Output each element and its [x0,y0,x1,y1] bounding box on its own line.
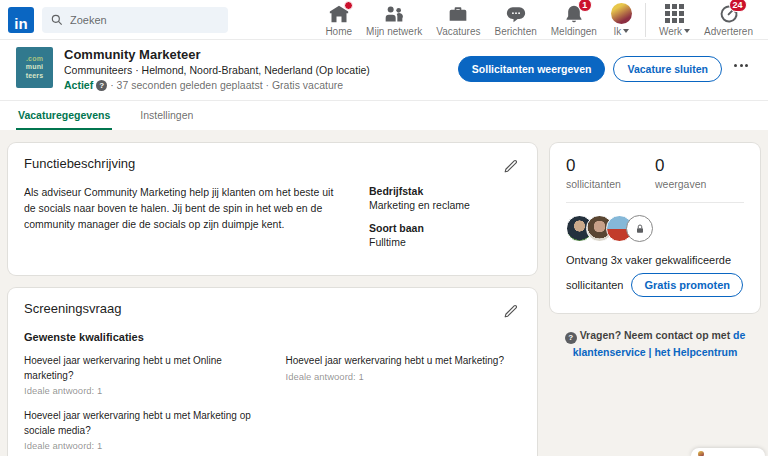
nav-divider [645,3,646,37]
company-logo: .com muni teers [16,47,53,88]
home-notification-dot [344,1,353,10]
job-type-value: Fulltime [369,236,521,248]
meldingen-badge: 1 [578,0,592,12]
help-center-link[interactable]: het Helpcentrum [654,346,737,358]
pencil-icon [502,303,519,320]
network-icon [384,4,404,24]
job-header: .com muni teers Community Marketeer Comm… [0,40,768,101]
chevron-down-icon [684,29,690,33]
messaging-widget[interactable] [691,448,765,456]
applicants-stat: 0 sollicitanten [566,156,655,190]
nav-items: Home Mijn netwerk Vacatures Berichten 1 [318,0,760,39]
screening-question: Hoeveel jaar werkervaring hebt u met Onl… [24,354,260,396]
help-text: ?Vragen? Neem contact op met de klantens… [550,327,760,361]
profile-avatar [611,3,632,24]
messages-icon [506,4,526,24]
nav-item-vacatures[interactable]: Vacatures [429,0,487,39]
main-content: Functiebeschrijving Als adviseur Communi… [0,130,768,456]
applicant-avatars [566,215,744,242]
status-badge: Actief [64,79,93,91]
avatar [698,451,704,456]
chevron-down-icon [623,29,629,33]
close-job-button[interactable]: Vacature sluiten [613,56,722,82]
job-title: Community Marketeer [64,47,370,62]
nav-item-werk[interactable]: Werk [652,0,697,39]
job-stats-card: 0 sollicitanten 0 weergaven Ontvang 3x v… [550,143,760,313]
edit-screening-button[interactable] [500,301,521,322]
tab-bar: Vacaturegegevens Instellingen [0,101,768,130]
nav-item-mijn-netwerk[interactable]: Mijn netwerk [359,0,429,39]
job-description-card: Functiebeschrijving Als adviseur Communi… [8,143,537,275]
search-box[interactable] [42,7,228,33]
tab-instellingen[interactable]: Instellingen [138,101,195,130]
briefcase-icon [448,4,468,24]
screening-question-card: Screeningsvraag Gewenste kwalificaties H… [8,288,537,456]
views-stat: 0 weergaven [655,156,744,190]
nav-item-meldingen[interactable]: 1 Meldingen [544,0,604,39]
linkedin-logo[interactable]: in [8,7,34,33]
nav-item-ik[interactable]: Ik [604,0,639,39]
job-status-detail: · 37 seconden geleden geplaatst · Gratis… [110,79,343,91]
promo-text: Ontvang 3x vaker gekwalificeerde [566,254,744,266]
top-nav: in Home Mijn netwerk Vacatures [0,0,768,40]
job-description-text: Als adviseur Community Marketing help ji… [24,185,343,259]
work-grid-icon [665,4,684,23]
screening-question: Hoeveel jaar werkervaring hebt u met Mar… [286,354,522,396]
tab-vacaturegegevens[interactable]: Vacaturegegevens [16,101,112,130]
industry-label: Bedrijfstak [369,185,521,197]
screening-card-title: Screeningsvraag [24,301,122,316]
qualifications-subtitle: Gewenste kwalificaties [24,331,521,343]
adverteren-badge: 24 [729,0,747,12]
promo-text: sollicitanten [566,279,623,291]
job-type-label: Soort baan [369,222,521,234]
job-actions: Sollicitanten weergeven Vacature sluiten [458,56,752,91]
screening-question: Hoeveel jaar werkervaring hebt u met Mar… [24,409,260,451]
job-status-line: Actief ? · 37 seconden geleden geplaatst… [64,79,370,91]
description-card-title: Functiebeschrijving [24,156,135,171]
pencil-icon [502,158,519,175]
divider [566,202,744,203]
promote-free-button[interactable]: Gratis promoten [631,273,743,297]
question-mark-icon: ? [565,332,577,344]
more-options-button[interactable] [730,56,752,75]
nav-item-home[interactable]: Home [318,0,359,39]
nav-item-adverteren[interactable]: 24 Adverteren [697,0,760,39]
nav-item-berichten[interactable]: Berichten [488,0,544,39]
lock-icon [626,215,653,242]
industry-value: Marketing en reclame [369,199,521,211]
job-subtitle: Communiteers · Helmond, Noord-Brabant, N… [64,64,370,76]
view-applicants-button[interactable]: Sollicitanten weergeven [458,56,606,82]
help-icon[interactable]: ? [96,80,107,91]
search-icon [50,13,64,27]
edit-description-button[interactable] [500,156,521,177]
search-input[interactable] [70,14,220,26]
